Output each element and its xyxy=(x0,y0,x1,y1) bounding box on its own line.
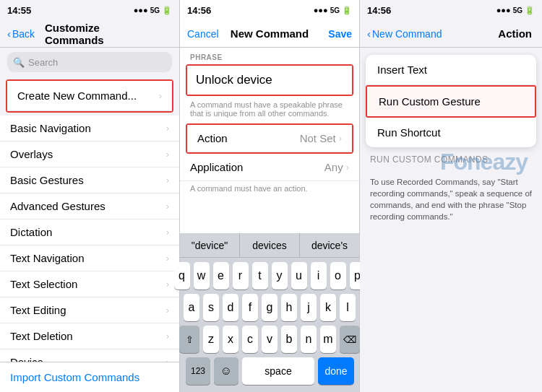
key-delete[interactable]: ⌫ xyxy=(340,326,360,353)
suggestion-1[interactable]: devices xyxy=(240,233,300,257)
list-item-text-navigation[interactable]: Text Navigation › xyxy=(0,245,179,271)
list-item-device[interactable]: Device › xyxy=(0,349,179,362)
chevron-right-icon-7: › xyxy=(166,305,169,315)
back-label-1[interactable]: Back xyxy=(12,28,35,40)
save-button[interactable]: Save xyxy=(328,28,352,40)
panel-action: 14:56 ●●● 5G 🔋 ‹ New Command Action Fone… xyxy=(360,0,542,392)
search-bar[interactable]: 🔍 Search xyxy=(7,52,172,72)
key-j[interactable]: j xyxy=(301,294,317,321)
keyboard-row-3: ⇧ z x c v b n m ⌫ xyxy=(181,326,358,353)
key-h[interactable]: h xyxy=(281,294,297,321)
commands-list: Basic Navigation › Overlays › Basic Gest… xyxy=(0,116,179,362)
application-value: Any xyxy=(324,161,343,173)
back-button-1[interactable]: ‹ Back xyxy=(7,27,35,40)
key-b[interactable]: b xyxy=(281,326,297,353)
item-label-advanced-gestures: Advanced Gestures xyxy=(10,200,106,212)
item-label-basic-navigation: Basic Navigation xyxy=(10,122,91,134)
key-e[interactable]: e xyxy=(213,262,229,289)
menu-item-label-insert-text: Insert Text xyxy=(377,64,427,76)
status-bar-2: 14:56 ●●● 5G 🔋 xyxy=(180,0,359,20)
status-bar-3: 14:56 ●●● 5G 🔋 xyxy=(360,0,542,20)
key-s[interactable]: s xyxy=(203,294,219,321)
nav-bar-1: ‹ Back Customize Commands xyxy=(0,20,179,48)
status-icons-3: ●●● 5G 🔋 xyxy=(496,6,535,15)
application-label: Application xyxy=(190,161,243,173)
key-i[interactable]: i xyxy=(311,262,327,289)
keyboard-suggestions: "device" devices device's xyxy=(180,233,359,258)
list-item-text-selection[interactable]: Text Selection › xyxy=(0,271,179,297)
key-k[interactable]: k xyxy=(320,294,336,321)
action-dropdown-menu: Insert Text Run Custom Gesture Run Short… xyxy=(366,55,536,147)
key-a[interactable]: a xyxy=(184,294,199,321)
panel-3-content: Foneazy Insert Text Run Custom Gesture R… xyxy=(360,48,542,392)
list-item-dictation[interactable]: Dictation › xyxy=(0,219,179,245)
recorded-commands-info: To use Recorded Commands, say "Start rec… xyxy=(360,167,542,231)
chevron-right-icon-create: › xyxy=(159,90,162,101)
key-o[interactable]: o xyxy=(330,262,346,289)
key-t[interactable]: t xyxy=(252,262,268,289)
keyboard: "device" devices device's q w e r t y u … xyxy=(180,233,359,392)
list-item-basic-navigation[interactable]: Basic Navigation › xyxy=(0,116,179,141)
nav-title-3: Action xyxy=(498,27,532,40)
panel-customize-commands: 14:55 ●●● 5G 🔋 ‹ Back Customize Commands… xyxy=(0,0,180,392)
nav-title-2: New Command xyxy=(231,27,309,40)
item-label-text-navigation: Text Navigation xyxy=(10,252,85,264)
menu-item-run-custom-gesture-wrap: Run Custom Gesture xyxy=(366,85,536,118)
key-l[interactable]: l xyxy=(340,294,356,321)
action-row[interactable]: Action Not Set › xyxy=(187,125,352,152)
key-x[interactable]: x xyxy=(223,326,238,353)
nav-bar-3: ‹ New Command Action xyxy=(360,20,542,48)
shift-icon: ⇧ xyxy=(186,334,194,345)
suggestion-0[interactable]: "device" xyxy=(180,233,240,257)
back-button-3[interactable]: ‹ New Command xyxy=(367,27,442,40)
battery-icon-3: 🔋 xyxy=(525,6,535,15)
key-emoji[interactable]: ☺ xyxy=(214,357,238,385)
key-r[interactable]: r xyxy=(233,262,249,289)
list-item-text-deletion[interactable]: Text Deletion › xyxy=(0,323,179,349)
phrase-input[interactable] xyxy=(187,66,352,95)
item-label-text-selection: Text Selection xyxy=(10,278,77,290)
suggestion-2[interactable]: device's xyxy=(300,233,359,257)
list-item-overlays[interactable]: Overlays › xyxy=(0,141,179,167)
key-z[interactable]: z xyxy=(203,326,219,353)
signal-icon-1: ●●● xyxy=(134,6,148,14)
key-done[interactable]: done xyxy=(318,357,354,385)
form-section: PHRASE A command must have a speakable p… xyxy=(180,48,359,199)
key-d[interactable]: d xyxy=(223,294,238,321)
chevron-right-action: › xyxy=(339,133,342,144)
emoji-icon: ☺ xyxy=(220,365,232,378)
key-shift[interactable]: ⇧ xyxy=(179,326,199,353)
item-label-overlays: Overlays xyxy=(10,148,53,160)
key-y[interactable]: y xyxy=(272,262,288,289)
key-u[interactable]: u xyxy=(291,262,307,289)
cancel-button[interactable]: Cancel xyxy=(187,28,219,40)
chevron-right-icon-4: › xyxy=(166,227,169,238)
key-c[interactable]: c xyxy=(242,326,258,353)
list-item-text-editing[interactable]: Text Editing › xyxy=(0,297,179,323)
search-bar-wrap: 🔍 Search xyxy=(0,48,179,77)
list-item-basic-gestures[interactable]: Basic Gestures › xyxy=(0,167,179,193)
menu-item-label-run-shortcut: Run Shortcut xyxy=(377,126,441,139)
key-n[interactable]: n xyxy=(301,326,317,353)
import-custom-commands-button[interactable]: Import Custom Commands xyxy=(0,362,179,392)
key-numbers[interactable]: 123 xyxy=(186,357,210,385)
search-placeholder: Search xyxy=(28,57,58,68)
menu-item-run-custom-gesture[interactable]: Run Custom Gesture xyxy=(367,87,535,116)
menu-item-run-shortcut[interactable]: Run Shortcut xyxy=(366,118,536,147)
keyboard-bottom-row: 123 ☺ space done xyxy=(181,357,358,389)
back-label-3[interactable]: New Command xyxy=(372,28,442,40)
key-m[interactable]: m xyxy=(320,326,336,353)
item-label-basic-gestures: Basic Gestures xyxy=(10,174,84,186)
key-f[interactable]: f xyxy=(242,294,258,321)
list-item-advanced-gestures[interactable]: Advanced Gestures › xyxy=(0,193,179,219)
key-v[interactable]: v xyxy=(262,326,278,353)
key-q[interactable]: q xyxy=(174,262,190,289)
key-space[interactable]: space xyxy=(242,357,314,385)
keyboard-row-2: a s d f g h j k l xyxy=(181,294,358,321)
application-row[interactable]: Application Any › xyxy=(180,154,359,181)
menu-item-insert-text[interactable]: Insert Text xyxy=(366,55,536,85)
key-w[interactable]: w xyxy=(194,262,210,289)
key-g[interactable]: g xyxy=(262,294,278,321)
action-value: Not Set xyxy=(300,132,336,144)
create-new-command-button[interactable]: Create New Command... › xyxy=(7,81,172,111)
